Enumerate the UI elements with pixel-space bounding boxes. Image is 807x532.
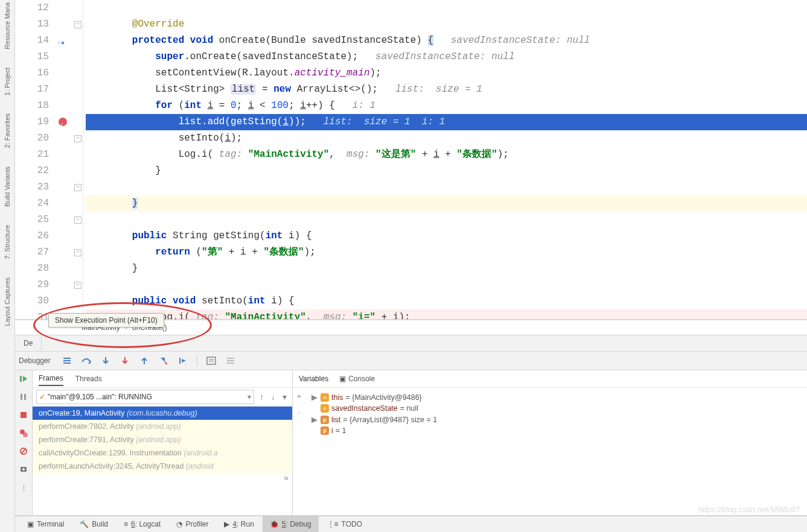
code-line[interactable]: list.add(getSting(i)); list: size = 1 i:… — [86, 114, 807, 130]
left-tool-rail: Resource Mana1: Project2: FavoritesBuild… — [0, 0, 15, 532]
stop-icon[interactable] — [19, 410, 28, 420]
tab-variables[interactable]: Variables — [299, 375, 328, 383]
code-line[interactable]: Log.i( tag: "MainActivity", msg: "i=" + … — [86, 309, 807, 320]
expand-icon[interactable]: ▶ — [311, 415, 318, 424]
evaluate-expression-icon[interactable] — [206, 355, 217, 366]
fold-toggle-icon[interactable]: − — [74, 135, 81, 142]
variable-row[interactable]: ▶≡this = {MainActivity@9486} — [308, 391, 805, 403]
variable-row[interactable]: pi = 1 — [308, 425, 805, 436]
breakpoint-gutter[interactable]: ↑● — [55, 0, 73, 319]
tool-window-1-project[interactable]: 1: Project — [4, 68, 11, 95]
fold-toggle-icon[interactable]: − — [74, 184, 81, 191]
code-line[interactable]: @Override — [86, 16, 807, 33]
drop-frame-icon[interactable] — [158, 355, 169, 366]
fold-toggle-icon[interactable]: − — [74, 249, 81, 256]
frames-tabs: Frames Threads — [33, 370, 292, 388]
code-line[interactable] — [86, 212, 807, 228]
variable-row[interactable]: ▶plist = {ArrayList@9487} size = 1 — [308, 414, 805, 425]
code-line[interactable] — [86, 179, 807, 195]
view-breakpoints-icon[interactable] — [19, 428, 28, 438]
tool-window-resource-mana[interactable]: Resource Mana — [4, 2, 11, 49]
fold-toggle-icon[interactable]: − — [74, 217, 81, 224]
prev-frame-icon[interactable]: ↑ — [258, 392, 266, 402]
tool-window-build-variants[interactable]: Build Variants — [4, 166, 11, 207]
variable-row[interactable]: ≡savedInstanceState = null — [308, 403, 805, 414]
bottom-tab-build[interactable]: 🔨Build — [72, 516, 115, 532]
code-line[interactable] — [86, 277, 807, 293]
var-type-icon: ≡ — [321, 404, 329, 413]
code-line[interactable]: } — [86, 163, 807, 179]
bottom-tab-profiler[interactable]: ◔Profiler — [169, 516, 215, 532]
step-out-icon[interactable] — [139, 355, 150, 366]
filter-icon[interactable]: ▾ — [281, 392, 289, 402]
get-thread-dump-icon[interactable] — [19, 464, 28, 474]
bottom-tab-5-debug[interactable]: 🐞5: Debug — [263, 516, 319, 532]
tool-window-2-favorites[interactable]: 2: Favorites — [4, 113, 11, 148]
fold-toggle-icon[interactable]: − — [74, 21, 81, 28]
trace-current-stream-chain-icon[interactable] — [225, 355, 236, 366]
var-type-icon: ≡ — [321, 393, 329, 402]
expand-icon[interactable]: ▶ — [311, 393, 318, 402]
var-type-icon: p — [321, 416, 329, 424]
code-line[interactable]: protected void onCreate(Bundle savedInst… — [86, 33, 807, 49]
stack-frame[interactable]: performCreate:7791, Activity (android.ap… — [33, 433, 292, 446]
code-line[interactable]: public String getSting(int i) { — [86, 228, 807, 244]
tab-icon: 🐞 — [270, 520, 279, 528]
tab-console[interactable]: ▣Console — [339, 375, 375, 383]
vars-tabs: Variables ▣Console — [293, 370, 807, 388]
resume-icon[interactable] — [19, 374, 28, 384]
tool-window-7-structure[interactable]: 7: Structure — [4, 225, 11, 259]
stack-frame[interactable]: performCreate:7802, Activity (android.ap… — [33, 420, 292, 433]
tab-frames[interactable]: Frames — [39, 372, 63, 386]
step-over-icon[interactable] — [81, 355, 92, 366]
mute-breakpoints-icon[interactable] — [19, 446, 28, 456]
stack-frame[interactable]: onCreate:19, MainActivity (com.lucashu.d… — [33, 407, 292, 420]
code-line[interactable]: for (int i = 0; i < 100; i++) { i: 1 — [86, 98, 807, 114]
force-step-into-icon[interactable] — [120, 355, 130, 366]
svg-rect-1 — [63, 360, 71, 361]
tool-window-layout-captures[interactable]: Layout Captures — [4, 277, 11, 326]
bottom-tab-4-run[interactable]: ▶4: Run — [217, 516, 261, 532]
bottom-tab-todo[interactable]: ⋮≡TODO — [320, 516, 369, 532]
stack-frame[interactable]: performLaunchActivity:3245, ActivityThre… — [33, 460, 292, 473]
fold-gutter[interactable]: −−−−−− — [73, 0, 83, 319]
variables-tree[interactable]: ＋ － ▶≡this = {MainActivity@9486}≡savedIn… — [293, 388, 807, 515]
bottom-tool-tabs: ▣Terminal🔨Build≡6: Logcat◔Profiler▶4: Ru… — [15, 516, 807, 532]
debug-panel: ⋮ Frames Threads ✓ "main"@9,105 ...ain":… — [15, 370, 807, 516]
breakpoint-icon[interactable] — [59, 118, 67, 126]
add-watch-icon[interactable]: ＋ — [295, 391, 303, 402]
fold-toggle-icon[interactable]: − — [74, 282, 81, 289]
bottom-tab-terminal[interactable]: ▣Terminal — [20, 516, 71, 532]
code-line[interactable]: setContentView(R.layout.activity_main); — [86, 65, 807, 81]
tab-truncated[interactable]: De — [15, 335, 42, 351]
run-to-cursor-icon[interactable] — [177, 355, 188, 366]
code-area[interactable]: @Override protected void onCreate(Bundle… — [83, 0, 807, 319]
show-execution-point-icon[interactable] — [62, 355, 72, 366]
bottom-tab-6-logcat[interactable]: ≡6: Logcat — [116, 516, 168, 532]
code-line[interactable]: super.onCreate(savedInstanceState); save… — [86, 49, 807, 65]
next-frame-icon[interactable]: ↓ — [269, 392, 277, 402]
code-line[interactable]: return ("第" + i + "条数据"); — [86, 244, 807, 261]
remove-watch-icon[interactable]: － — [295, 408, 303, 418]
tab-icon: ⋮≡ — [327, 520, 339, 528]
thread-selector[interactable]: ✓ "main"@9,105 ...ain": RUNNING ▾ — [36, 390, 254, 404]
svg-rect-14 — [20, 376, 22, 382]
code-line[interactable] — [86, 0, 807, 16]
tab-threads[interactable]: Threads — [75, 372, 102, 385]
code-line[interactable]: public void setInto(int i) { — [86, 293, 807, 309]
code-line[interactable]: List<String> list = new ArrayList<>(); l… — [86, 81, 807, 98]
settings-icon[interactable]: ⋮ — [19, 483, 28, 492]
code-line[interactable]: Log.i( tag: "MainActivity", msg: "这是第" +… — [86, 147, 807, 163]
code-line[interactable]: setInto(i); — [86, 130, 807, 147]
code-line[interactable]: } — [86, 195, 807, 212]
pause-icon[interactable] — [19, 392, 28, 402]
thread-selector-label: "main"@9,105 ...ain": RUNNING — [48, 393, 152, 401]
code-line[interactable]: } — [86, 261, 807, 277]
stack-frame[interactable]: callActivityOnCreate:1299, Instrumentati… — [33, 446, 292, 460]
more-frames-icon[interactable]: » — [33, 473, 292, 483]
variables-panel: Variables ▣Console ＋ － ▶≡this = {MainAct… — [293, 370, 807, 515]
tab-icon: ≡ — [124, 520, 128, 528]
frames-list[interactable]: onCreate:19, MainActivity (com.lucashu.d… — [33, 407, 292, 515]
code-editor[interactable]: 1213141516171819202122232425262728293031… — [15, 0, 807, 320]
step-into-icon[interactable] — [100, 355, 111, 366]
